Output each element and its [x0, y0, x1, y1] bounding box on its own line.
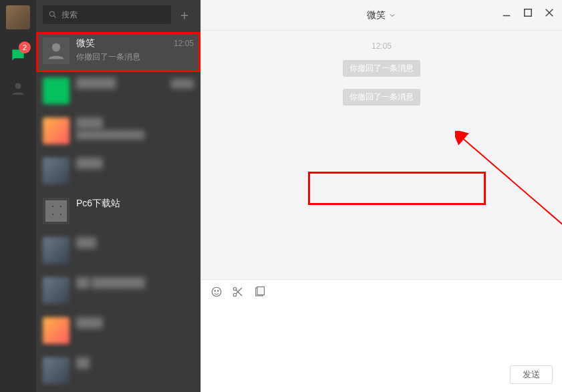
titlebar: 微笑	[201, 0, 562, 31]
conversation-item[interactable]: ████████████████	[36, 112, 200, 152]
emoji-button[interactable]	[210, 286, 223, 298]
conversation-item[interactable]: ██████████	[36, 72, 200, 112]
conversation-time: 12:05	[174, 39, 194, 48]
composer-toolbar	[201, 280, 562, 304]
chevron-down-icon	[388, 11, 396, 19]
minimize-button[interactable]	[501, 7, 513, 19]
conversation-item-active[interactable]: 微笑 12:05 你撤回了一条消息	[36, 32, 200, 72]
svg-point-9	[212, 287, 221, 297]
search-icon	[48, 10, 57, 19]
conversation-avatar	[43, 37, 69, 64]
close-button[interactable]	[543, 7, 555, 19]
svg-point-10	[215, 290, 216, 292]
chats-tab[interactable]: 2	[8, 45, 28, 65]
conversation-avatar	[43, 277, 69, 304]
conversation-avatar	[43, 118, 69, 144]
conversation-item[interactable]: ████	[36, 312, 200, 352]
conversation-item[interactable]: ████	[36, 152, 200, 192]
conversation-avatar	[43, 198, 69, 224]
conversation-item[interactable]: ██	[36, 352, 200, 392]
contacts-tab[interactable]	[9, 80, 27, 97]
chat-messages: 12:05 你撤回了一条消息 你撤回了一条消息	[201, 31, 562, 279]
unread-badge: 2	[19, 41, 31, 53]
annotation-highlight	[308, 172, 486, 205]
conversation-avatar	[43, 317, 69, 344]
composer: 发送	[201, 279, 562, 392]
message-input[interactable]	[201, 304, 562, 361]
conversation-preview: 你撤回了一条消息	[76, 51, 194, 63]
svg-rect-17	[257, 287, 265, 295]
nav-rail: 2	[0, 0, 36, 392]
scissors-icon	[232, 286, 244, 298]
new-chat-button[interactable]: ＋	[175, 5, 194, 24]
conversation-name: 微笑	[76, 37, 95, 49]
svg-point-3	[52, 43, 61, 52]
search-placeholder: 搜索	[61, 9, 78, 21]
conversation-item[interactable]: ██ ████████	[36, 272, 200, 312]
svg-point-1	[49, 11, 54, 16]
chat-panel: 微笑 12:05 你撤回了一条消息 你撤回了一条消息	[200, 0, 562, 392]
recall-notice: 你撤回了一条消息	[343, 60, 420, 77]
annotation-arrow	[455, 131, 562, 279]
conversation-avatar	[43, 158, 69, 184]
smile-icon	[210, 286, 223, 298]
search-input[interactable]: 搜索	[43, 5, 171, 24]
conversation-item[interactable]: Pc6下载站	[36, 192, 200, 232]
conversation-item[interactable]: ███	[36, 232, 200, 272]
svg-line-2	[54, 16, 56, 18]
file-icon	[253, 286, 265, 298]
recall-notice: 你撤回了一条消息	[343, 89, 420, 106]
conversation-avatar	[43, 237, 69, 264]
user-avatar[interactable]	[6, 5, 30, 29]
send-button[interactable]: 发送	[510, 365, 553, 384]
message-timestamp: 12:05	[208, 41, 555, 51]
conversation-avatar	[43, 77, 69, 104]
conversation-avatar	[43, 357, 69, 384]
list-header: 搜索 ＋	[36, 0, 200, 32]
maximize-button[interactable]	[522, 7, 534, 19]
svg-point-11	[218, 290, 219, 292]
svg-line-8	[462, 138, 562, 279]
svg-rect-5	[525, 9, 532, 17]
svg-point-0	[15, 83, 21, 89]
conversation-name: Pc6下载站	[76, 198, 120, 210]
chat-title[interactable]: 微笑	[367, 9, 396, 21]
screenshot-button[interactable]	[232, 286, 244, 298]
file-button[interactable]	[253, 286, 265, 298]
conversation-list: 搜索 ＋ 微笑 12:05 你撤回了一条消息 ██████████ ██████…	[36, 0, 200, 392]
